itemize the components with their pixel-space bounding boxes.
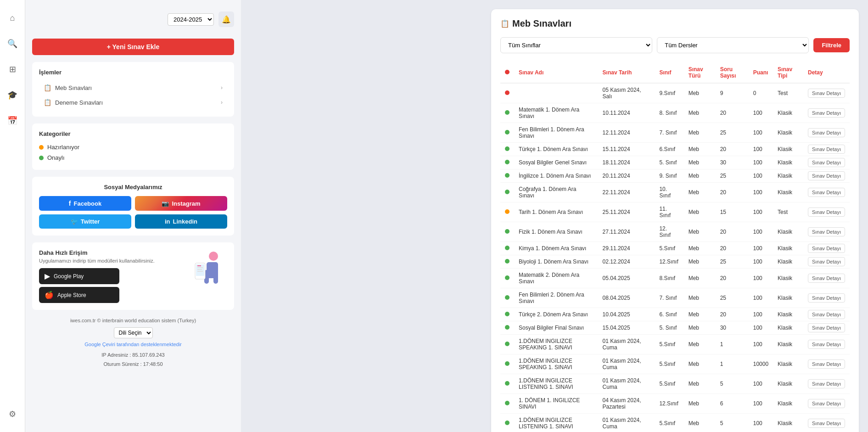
detail-link[interactable]: Sınav Detayı: [808, 379, 845, 388]
apple-store-button[interactable]: 🍎 Apple Store: [39, 287, 119, 303]
notification-bell-button[interactable]: 🔔: [218, 11, 234, 27]
row-sinav-tipi: Klasik: [773, 308, 803, 321]
detail-link[interactable]: Sınav Detayı: [808, 89, 845, 98]
row-sinif: 9.Sınıf: [655, 83, 683, 103]
row-soru-sayisi: 25: [716, 255, 749, 269]
year-select[interactable]: 2024-2025: [168, 13, 214, 26]
row-sinav-tipi: Test: [773, 83, 803, 103]
table-row: Fen Bilimleri 2. Dönem Ara Sınavı 08.04.…: [500, 288, 850, 308]
linkedin-button[interactable]: in Linkedin: [135, 214, 227, 229]
row-status-cell: [500, 255, 514, 269]
row-detay-cell: Sınav Detayı: [803, 288, 850, 308]
grid-icon[interactable]: ⊞: [4, 61, 21, 78]
detail-link[interactable]: Sınav Detayı: [808, 310, 845, 319]
row-soru-sayisi: 20: [716, 222, 749, 242]
language-select[interactable]: Dili Seçin: [114, 327, 153, 338]
page-title-text: Meb Sınavları: [512, 18, 571, 29]
row-status-dot: [505, 381, 510, 386]
row-sinif: 5.Sınıf: [655, 414, 683, 432]
detail-link[interactable]: Sınav Detayı: [808, 108, 845, 118]
row-soru-sayisi: 25: [716, 169, 749, 183]
settings-icon[interactable]: ⚙: [4, 405, 21, 423]
detail-link[interactable]: Sınav Detayı: [808, 227, 845, 236]
row-sinav-tipi: Klasik: [773, 335, 803, 354]
search-icon[interactable]: 🔍: [4, 35, 21, 52]
detail-link[interactable]: Sınav Detayı: [808, 244, 845, 253]
detail-link[interactable]: Sınav Detayı: [808, 145, 845, 154]
detail-link[interactable]: Sınav Detayı: [808, 128, 845, 137]
filter-button[interactable]: Filtrele: [813, 38, 850, 52]
row-status-cell: [500, 202, 514, 222]
detail-link[interactable]: Sınav Detayı: [808, 399, 845, 408]
new-exam-button[interactable]: + Yeni Sınav Ekle: [32, 39, 234, 55]
row-sinav-tipi: Test: [773, 202, 803, 222]
class-filter-select[interactable]: Tüm Sınıflar: [500, 37, 652, 53]
row-status-dot: [505, 312, 510, 316]
detail-link[interactable]: Sınav Detayı: [808, 208, 845, 217]
row-sinif: 11. Sınıf: [655, 202, 683, 222]
row-sinif: 8. Sınıf: [655, 103, 683, 123]
row-detay-cell: Sınav Detayı: [803, 255, 850, 269]
graduation-icon[interactable]: 🎓: [4, 86, 21, 104]
twitter-label: Twitter: [81, 218, 100, 225]
twitter-button[interactable]: 🐦 Twitter: [39, 214, 131, 229]
row-sinav-tarih: 25.11.2024: [598, 202, 655, 222]
sidebar-item-deneme-sinavlari[interactable]: 📋 Deneme Sınavları ›: [39, 95, 227, 110]
row-sinav-adi: Fen Bilimleri 2. Dönem Ara Sınavı: [514, 288, 598, 308]
row-puan: 100: [749, 242, 773, 255]
meb-sinavlari-label: Meb Sınavları: [55, 84, 92, 91]
detail-link[interactable]: Sınav Detayı: [808, 293, 845, 303]
detail-link[interactable]: Sınav Detayı: [808, 323, 845, 332]
svg-rect-9: [197, 271, 203, 272]
row-status-cell: [500, 335, 514, 354]
row-sinav-adi: Kimya 1. Dönem Ara Sınavı: [514, 242, 598, 255]
course-filter-select[interactable]: Tüm Dersler: [657, 37, 809, 53]
row-sinav-adi: 1.DÖNEM INGILIZCE SPEAKING 1. SINAVI: [514, 335, 598, 354]
instagram-button[interactable]: 📷 Instagram: [135, 196, 227, 211]
row-status-dot: [505, 110, 510, 115]
detail-link[interactable]: Sınav Detayı: [808, 257, 845, 266]
detail-link[interactable]: Sınav Detayı: [808, 419, 845, 428]
row-puan: 100: [749, 169, 773, 183]
row-sinif: 5. Sınıf: [655, 156, 683, 169]
row-detay-cell: Sınav Detayı: [803, 83, 850, 103]
row-detay-cell: Sınav Detayı: [803, 169, 850, 183]
detail-link[interactable]: Sınav Detayı: [808, 359, 845, 369]
home-icon[interactable]: ⌂: [4, 9, 21, 27]
detail-link[interactable]: Sınav Detayı: [808, 171, 845, 180]
instagram-icon: 📷: [162, 200, 169, 207]
facebook-button[interactable]: f Facebook: [39, 196, 131, 211]
calendar-icon[interactable]: 📅: [4, 112, 21, 129]
twitter-icon: 🐦: [71, 218, 78, 225]
row-status-dot: [505, 259, 510, 264]
row-detay-cell: Sınav Detayı: [803, 374, 850, 394]
apple-store-label: Apple Store: [57, 292, 86, 298]
table-row: Sosyal Bilgiler Final Sınavı 15.04.2025 …: [500, 321, 850, 335]
row-puan: 100: [749, 202, 773, 222]
detail-link[interactable]: Sınav Detayı: [808, 188, 845, 197]
row-sinif: 5.Sınıf: [655, 374, 683, 394]
google-play-button[interactable]: ▶ Google Play: [39, 268, 119, 284]
row-sinif: 10. Sınıf: [655, 183, 683, 202]
exam-table: Sınav Adı Sınav Tarih Sınıf Sınav Türü S…: [500, 62, 850, 432]
row-detay-cell: Sınav Detayı: [803, 123, 850, 143]
islemler-section: İşlemler 📋 Meb Sınavları › 📋 Deneme Sına…: [32, 62, 234, 117]
detail-link[interactable]: Sınav Detayı: [808, 158, 845, 167]
row-status-dot: [505, 295, 510, 300]
detail-link[interactable]: Sınav Detayı: [808, 340, 845, 349]
detail-link[interactable]: Sınav Detayı: [808, 274, 845, 283]
row-sinav-turu: Meb: [684, 269, 716, 288]
table-row: Matematik 1. Dönem Ara Sınavı 10.11.2024…: [500, 103, 850, 123]
row-soru-sayisi: 9: [716, 83, 749, 103]
svg-rect-8: [197, 269, 202, 270]
icon-rail: ⌂ 🔍 ⊞ 🎓 📅 ⚙: [0, 0, 25, 432]
row-sinav-adi: Türkçe 2. Dönem Ara Sınavı: [514, 308, 598, 321]
row-status-cell: [500, 414, 514, 432]
deneme-sinavlari-label: Deneme Sınavları: [55, 99, 103, 106]
row-puan: 100: [749, 269, 773, 288]
row-sinif: 8.Sınıf: [655, 269, 683, 288]
row-puan: 100: [749, 288, 773, 308]
row-soru-sayisi: 20: [716, 308, 749, 321]
sidebar-item-meb-sinavlari[interactable]: 📋 Meb Sınavları ›: [39, 80, 227, 95]
row-status-dot: [505, 246, 510, 250]
